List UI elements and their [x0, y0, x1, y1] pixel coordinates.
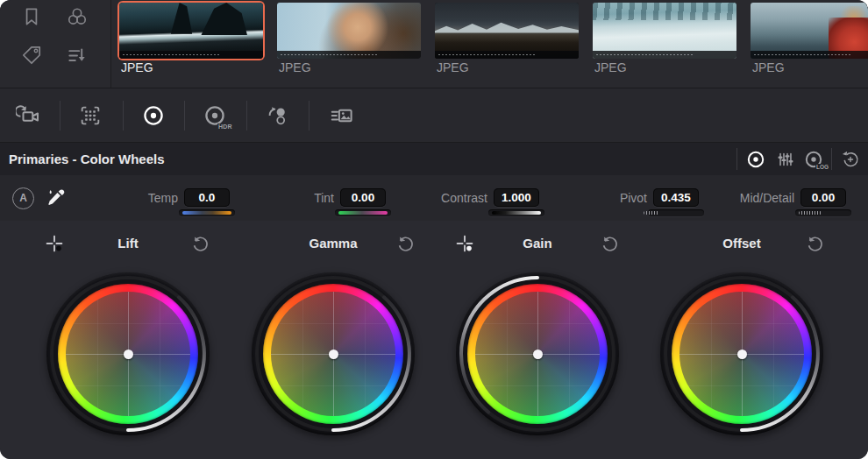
palette-toolbar: HDR	[0, 88, 868, 143]
gallery-sidebar	[0, 0, 111, 88]
wheels-mode-icon[interactable]	[745, 149, 766, 170]
clip-metadata-strip	[751, 51, 868, 59]
color-disc[interactable]	[66, 292, 190, 416]
clip-format-label: JPEG	[752, 60, 785, 74]
color-match-icon[interactable]	[265, 103, 289, 128]
clip-thumbnail-3[interactable]	[435, 3, 579, 59]
clip-metadata-strip	[593, 51, 736, 59]
camera-raw-icon[interactable]	[16, 102, 42, 129]
gain-label: Gain	[485, 221, 590, 265]
gamma-color-wheel[interactable]	[252, 272, 415, 435]
temp-slider[interactable]	[179, 209, 235, 216]
contrast-label: Contrast	[412, 175, 487, 221]
sort-list-icon[interactable]	[66, 44, 89, 67]
clip-thumbnail-5[interactable]	[751, 3, 868, 59]
log-label: LOG	[815, 164, 829, 170]
offset-color-wheel[interactable]	[660, 272, 823, 435]
lift-label: Lift	[75, 221, 181, 265]
gamma-reset-icon[interactable]	[395, 234, 415, 253]
mid-detail-label: Mid/Detail	[710, 175, 794, 221]
lift-color-wheel[interactable]	[46, 272, 210, 435]
clip-format-label: JPEG	[594, 60, 627, 74]
contrast-value[interactable]: 1.000	[494, 188, 539, 207]
tint-slider[interactable]	[335, 209, 391, 216]
wheel-handle[interactable]	[124, 350, 133, 359]
auto-balance-button[interactable]: A	[12, 187, 34, 209]
thumbnail-strip: JPEG JPEG JPEG JPEG JPEG	[110, 0, 868, 88]
header-divider	[831, 148, 832, 170]
offset-reset-icon[interactable]	[805, 234, 824, 253]
clip-metadata-strip	[119, 51, 263, 59]
toolbar-divider	[123, 101, 124, 131]
temp-value[interactable]: 0.0	[184, 188, 230, 207]
picker-eyedropper-icon[interactable]	[44, 187, 67, 209]
color-page: JPEG JPEG JPEG JPEG JPEG HDR Primaries -…	[0, 0, 868, 459]
reset-panel-icon[interactable]	[841, 150, 860, 169]
tint-value[interactable]: 0.00	[340, 188, 386, 207]
clip-thumbnail-4[interactable]	[593, 3, 736, 59]
toolbar-divider	[309, 101, 309, 131]
color-wheels-panel: Lift Gamma Gain Offset	[0, 221, 868, 459]
adjustment-controls: A Temp 0.0 Tint 0.00 Contrast 1.000 Pivo…	[0, 175, 868, 222]
gain-color-wheel[interactable]	[456, 272, 619, 435]
clip-thumbnail-2[interactable]	[277, 3, 421, 59]
stills-icon[interactable]	[329, 102, 355, 129]
toolbar-divider	[246, 101, 247, 131]
toolbar-divider	[60, 101, 60, 131]
gamma-label: Gamma	[281, 221, 386, 265]
panel-header: Primaries - Color Wheels LOG	[0, 143, 868, 176]
lift-reset-icon[interactable]	[190, 234, 210, 253]
frame-grid-icon[interactable]	[78, 103, 103, 128]
pivot-value[interactable]: 0.435	[653, 188, 699, 207]
tag-icon[interactable]	[20, 44, 43, 67]
clip-format-label: JPEG	[121, 60, 153, 74]
wheel-handle[interactable]	[737, 350, 747, 359]
bars-mode-icon[interactable]	[776, 150, 795, 169]
wheel-handle[interactable]	[329, 350, 338, 359]
clip-metadata-strip	[435, 51, 579, 59]
hdr-label: HDR	[217, 124, 233, 130]
mid-detail-value[interactable]: 0.00	[800, 188, 846, 207]
contrast-slider[interactable]	[488, 209, 544, 216]
color-disc[interactable]	[679, 292, 804, 416]
gain-reset-icon[interactable]	[600, 234, 619, 253]
pivot-slider[interactable]	[648, 209, 704, 216]
color-group-icon[interactable]	[66, 5, 89, 28]
gain-picker-icon[interactable]	[454, 233, 475, 254]
clip-thumbnail-1[interactable]	[119, 3, 263, 59]
temp-label: Temp	[123, 175, 178, 221]
clip-metadata-strip	[277, 51, 421, 59]
header-divider	[736, 148, 737, 170]
offset-label: Offset	[689, 221, 794, 265]
wheel-handle[interactable]	[533, 350, 543, 359]
clip-format-label: JPEG	[437, 60, 469, 74]
clips-strip: JPEG JPEG JPEG JPEG JPEG	[0, 0, 868, 88]
mid-detail-slider[interactable]	[795, 209, 851, 216]
auto-balance-label: A	[19, 192, 27, 204]
clip-format-label: JPEG	[279, 60, 311, 74]
bookmark-icon[interactable]	[20, 5, 43, 28]
panel-title: Primaries - Color Wheels	[9, 143, 165, 175]
pivot-label: Pivot	[579, 175, 647, 221]
color-disc[interactable]	[475, 292, 600, 416]
tint-label: Tint	[289, 175, 334, 221]
color-wheels-icon[interactable]	[141, 103, 166, 128]
color-disc[interactable]	[271, 292, 395, 416]
toolbar-divider	[184, 101, 185, 131]
lift-picker-icon[interactable]	[44, 233, 65, 254]
